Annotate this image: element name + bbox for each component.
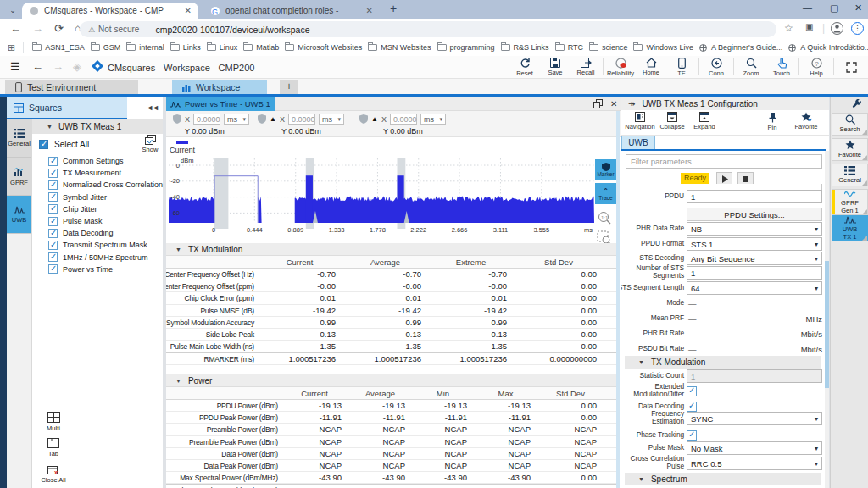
ppdu-settings-button[interactable]: PPDU Settings... <box>687 208 822 221</box>
bookmark-item[interactable]: science <box>589 43 628 52</box>
tab-search-icon[interactable]: ⌄ <box>7 4 19 16</box>
window-maximize-button[interactable]: ▢ <box>830 3 838 14</box>
marker-x-input[interactable]: 0.0000 <box>288 114 315 125</box>
column-header[interactable]: Min <box>412 387 474 399</box>
config-section-tx-modulation[interactable]: ▼TX Modulation <box>625 356 821 369</box>
marker-button[interactable]: Marker <box>595 159 616 180</box>
bookmark-item[interactable]: A Beginner's Guide... <box>699 43 782 52</box>
app-back-icon[interactable]: ← <box>32 60 43 73</box>
rail-tile-gprf-gen-1[interactable]: GPRFGen 1 <box>832 189 868 215</box>
column-header[interactable]: Current <box>281 387 348 399</box>
favorite-button[interactable]: Favorite <box>789 112 823 130</box>
column-header[interactable]: Current <box>257 256 342 268</box>
column-header[interactable]: Average <box>342 256 428 268</box>
tree-item[interactable]: Pulse Mask <box>32 215 163 227</box>
help-button[interactable]: ?Help <box>801 58 832 77</box>
rail-item-gprf[interactable]: GPRF <box>7 158 31 196</box>
tree-group-header[interactable]: ▼ UWB TX Meas 1 <box>32 119 163 134</box>
browser-tab-inactive[interactable]: G openai chat completion roles - ✕ <box>203 3 380 19</box>
phr-data-rate-select[interactable]: NB▾ <box>687 222 822 236</box>
wrench-icon[interactable] <box>852 99 862 109</box>
tab-test-environment[interactable]: Test Environment <box>5 80 138 95</box>
extensions-icon[interactable]: ▣ <box>805 22 813 31</box>
cross-correlation-pulse-select[interactable]: RRC 0.5▾ <box>687 457 822 470</box>
tree-item[interactable]: TX Measurement <box>32 167 163 179</box>
bookmark-item[interactable]: ASN1_ESA <box>32 43 85 52</box>
reliability-button[interactable]: Reliability <box>605 58 636 77</box>
bookmark-item[interactable]: RTC <box>555 43 583 52</box>
checkbox[interactable] <box>48 252 58 262</box>
frequency-estimation-select[interactable]: SYNC▾ <box>687 412 822 425</box>
checkbox[interactable] <box>48 204 58 214</box>
pin-button[interactable]: Pin <box>755 112 789 131</box>
checkbox[interactable] <box>48 192 58 202</box>
config-scrollbar[interactable] <box>825 151 829 488</box>
close-all-button[interactable]: xClose All <box>34 464 73 484</box>
rail-tile-uwb-tx-1[interactable]: UWBTX 1 <box>832 215 868 241</box>
multi-button[interactable]: Multi <box>34 412 73 432</box>
conn-button[interactable]: Conn <box>701 58 732 77</box>
pulse-mask-select[interactable]: No Mask▾ <box>687 441 822 455</box>
browser-tab-active[interactable]: CMsquares - Workspace - CMP ✕ <box>22 3 198 19</box>
rail-tile-search[interactable]: Search <box>832 113 868 136</box>
checkbox[interactable] <box>48 157 58 166</box>
bookmark-item[interactable]: Links <box>170 43 201 52</box>
browser-menu-icon[interactable]: ⋮ <box>851 22 864 35</box>
show-button[interactable]: Show <box>139 135 161 153</box>
new-tab-button[interactable]: + <box>390 2 397 15</box>
select-all-checkbox[interactable] <box>39 140 48 149</box>
apps-grid-icon[interactable]: ⊞ <box>8 42 24 53</box>
zoom-button[interactable]: Zoom <box>736 58 766 77</box>
checkbox[interactable] <box>48 169 58 178</box>
bookmark-item[interactable]: programming <box>437 43 495 52</box>
tab-close-icon[interactable]: ✕ <box>359 6 373 15</box>
marker-unit-select[interactable]: ms▾ <box>224 114 249 125</box>
window-restore-icon[interactable] <box>593 99 603 108</box>
statistic-count-input[interactable]: 1 <box>687 369 822 383</box>
checkbox[interactable] <box>48 264 58 274</box>
fullscreen-button[interactable] <box>836 62 866 73</box>
zoom-reset-icon[interactable]: 1:1 <box>597 210 612 225</box>
phase-tracking-checkbox[interactable] <box>687 430 697 441</box>
bookmark-item[interactable]: GSM <box>91 43 121 52</box>
back-icon[interactable]: ← <box>10 22 21 35</box>
url-input[interactable]: ⚠Not secure cmp20020-100107/deviceui/wor… <box>80 21 776 37</box>
touch-button[interactable]: Touch <box>766 58 797 77</box>
add-environment-tab-button[interactable]: + <box>280 80 298 95</box>
bookmark-item[interactable]: internal <box>126 43 164 52</box>
app-nav-icon[interactable]: ◈ <box>73 60 81 73</box>
trace-button[interactable]: ⌃ Trace <box>595 183 616 204</box>
config-section-spectrum[interactable]: ▼Spectrum <box>625 473 821 485</box>
bookmark-item[interactable]: Linux <box>207 43 238 52</box>
tree-item[interactable]: Power vs Time <box>32 263 163 275</box>
marker-unit-select[interactable]: ms▾ <box>319 114 344 125</box>
app-forward-icon[interactable]: → <box>53 60 64 73</box>
tab-workspace[interactable]: Workspace <box>172 80 267 95</box>
data-decoding-checkbox[interactable] <box>687 402 697 412</box>
bookmark-item[interactable]: A Quick Introductio... <box>788 43 868 52</box>
reload-icon[interactable]: ⟳ <box>54 22 64 35</box>
window-minimize-button[interactable]: — <box>803 3 812 13</box>
column-header[interactable]: Average <box>348 387 412 399</box>
checkbox[interactable] <box>48 217 58 226</box>
checkbox[interactable] <box>48 229 58 238</box>
sts-segment-length-select[interactable]: 64▾ <box>687 281 822 295</box>
home-button[interactable]: Home <box>636 58 666 76</box>
tree-item[interactable]: Symbol Jitter <box>32 191 163 203</box>
app-menu-icon[interactable]: ☰ <box>10 60 20 73</box>
filter-parameters-input[interactable]: Filter parameters <box>626 154 822 169</box>
sts-decoding-select[interactable]: Any Bit Sequence▾ <box>687 252 822 265</box>
config-tab-uwb[interactable]: UWB <box>621 136 655 149</box>
collapse-button[interactable]: Collapse <box>655 112 689 130</box>
bookmark-star-icon[interactable]: ☆ <box>784 22 793 34</box>
marker-x-input[interactable]: 0.0000 <box>193 114 220 125</box>
tree-item[interactable]: Common Settings <box>32 155 163 167</box>
forward-icon[interactable]: → <box>32 22 43 35</box>
tree-item[interactable]: Data Decoding <box>32 227 163 239</box>
not-secure-badge[interactable]: ⚠Not secure <box>88 25 147 34</box>
marker-unit-select[interactable]: ms▾ <box>420 114 446 125</box>
save-button[interactable]: Save <box>540 58 570 76</box>
collapse-panel-icon[interactable]: ◄◄ <box>146 103 158 112</box>
ppdu-input[interactable]: 1 <box>687 190 822 203</box>
bookmark-item[interactable]: MSN Websites <box>368 43 431 52</box>
